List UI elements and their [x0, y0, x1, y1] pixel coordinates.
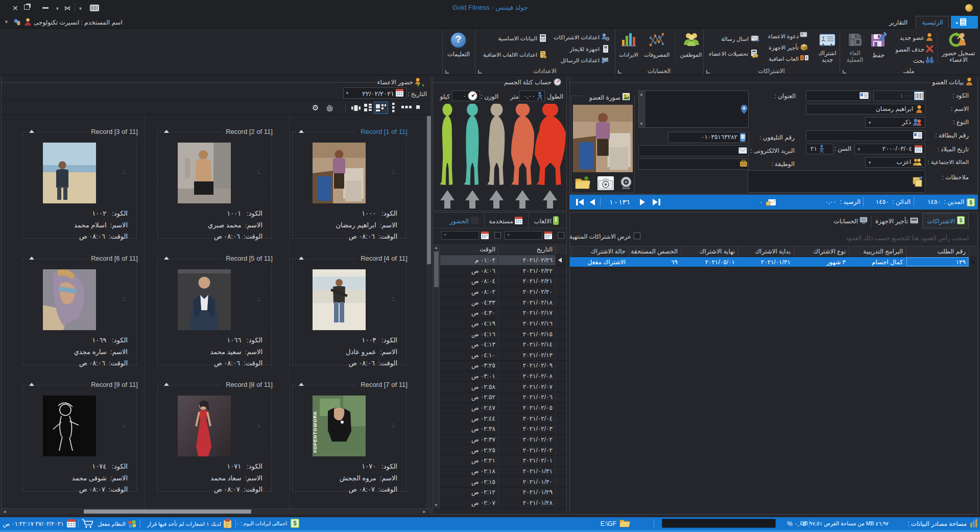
- svg-text:$: $: [969, 199, 972, 205]
- svg-text:#OPENTOWORK: #OPENTOWORK: [313, 411, 318, 453]
- svg-text:$: $: [959, 217, 962, 223]
- svg-text:$: $: [293, 520, 297, 527]
